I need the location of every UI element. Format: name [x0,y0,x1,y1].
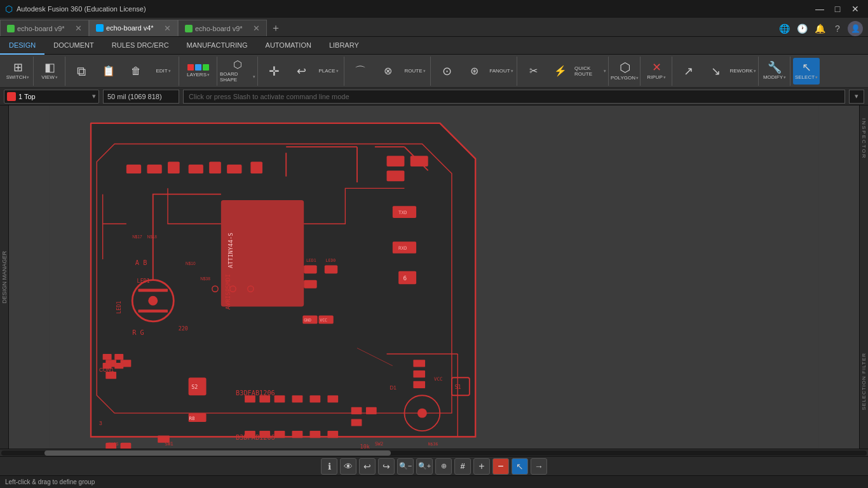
globe-icon[interactable]: 🌐 [776,21,792,36]
info-button[interactable]: ℹ [321,458,337,475]
svg-rect-55 [245,395,255,402]
tab-echo-board-v9-2[interactable]: echo-board v9* ✕ [178,20,267,36]
ripup-button[interactable]: ✕ RIPUP▾ [643,58,670,85]
command-bar[interactable]: Click or press Slash to activate command… [183,90,845,104]
close-button[interactable]: ✕ [848,3,863,15]
place-button[interactable]: PLACE▾ [315,58,342,85]
menu-tab-rules[interactable]: RULES DRC/ERC [103,37,178,55]
fit-toolbar-button[interactable]: ⊕ [435,458,452,475]
layers-button[interactable]: LAYERS▾ [182,58,215,85]
route-label: ROUTE [405,68,423,74]
svg-rect-6 [189,165,203,173]
tab-echo-board-v9-1[interactable]: echo-board v9* ✕ [0,20,89,36]
ripup-label: RIPUP [647,74,662,80]
right-panel[interactable]: INSPECTOR SELECTION FILTER [859,105,868,449]
route-btn2-button[interactable]: ⊗ [374,58,401,85]
menu-tab-document[interactable]: DOCUMENT [44,37,103,55]
maximize-button[interactable]: □ [830,3,845,15]
undo-button[interactable]: ↩ [288,58,315,85]
svg-text:N$17: N$17 [132,234,142,239]
rework-button[interactable]: REWORK▾ [729,58,756,85]
grid-toolbar-button[interactable]: # [454,458,471,475]
layer-selector[interactable]: 1 Top ▾ [4,90,99,104]
fanout-label-button[interactable]: FANOUT▾ [488,58,515,85]
menu-tab-library[interactable]: LIBRARY [320,37,368,55]
copy-button[interactable]: ⧉ [68,58,95,85]
svg-rect-7 [209,161,221,173]
ripup-icon: ✕ [652,62,661,73]
quickroute-btn2-button[interactable]: ⚡ [547,58,574,85]
h-scroll-thumb[interactable] [44,451,391,456]
undo-toolbar-button[interactable]: ↩ [359,458,376,475]
layer-dropdown-arrow-icon: ▾ [92,92,96,100]
route-btn1-button[interactable]: ⌒ [347,58,374,85]
quickroute-btn1-button[interactable]: ✂ [520,58,546,85]
quickroute-button[interactable]: QUICK ROUTE▾ [574,58,606,85]
toolbar-group-route: ⌒ ⊗ ROUTE▾ [345,57,431,86]
switch-button[interactable]: ⊞ SWITCH▾ [4,58,31,85]
view-icon: ◧ [44,62,55,73]
menu-tab-manufacturing[interactable]: MANUFACTURING [178,37,257,55]
title-bar-left: ⬡ Autodesk Fusion 360 (Education License… [5,4,146,14]
boardshape-button[interactable]: ⬡ BOARD SHAPE▾ [220,58,255,85]
pcb-canvas-area[interactable]: TXD RXD ATTINY44-S LED1 S2 R8 [9,105,859,449]
polygon-button[interactable]: ⬡ POLYGON▾ [611,58,638,85]
tab-close-1[interactable]: ✕ [75,24,82,33]
h-scroll-track [1,451,867,456]
tab-label-3: echo-board v9* [195,25,243,32]
command-bar-arrow-button[interactable]: ▾ [849,90,864,104]
arrow-toolbar-button[interactable]: → [531,458,547,475]
svg-rect-56 [259,395,270,402]
help-icon[interactable]: ? [830,21,845,36]
svg-text:N$18: N$18 [147,234,157,239]
design-manager-panel[interactable]: DESIGN MANAGER [0,105,9,449]
redo-toolbar-button[interactable]: ↪ [378,458,395,475]
select-toolbar-button[interactable]: ↖ [512,458,528,475]
zoom-out-toolbar-button[interactable]: 🔍− [397,458,414,475]
minimize-button[interactable]: — [812,3,827,15]
toolbar-group-quickroute: ✂ ⚡ QUICK ROUTE▾ [518,57,609,86]
bell-icon[interactable]: 🔔 [812,21,827,36]
svg-rect-42 [325,265,337,273]
svg-text:N$38: N$38 [200,276,210,281]
fanout-icon2: ⊛ [470,66,478,76]
tab-icons: 🌐 🕐 🔔 ? 👤 [776,21,868,36]
plus-toolbar-button[interactable]: + [473,458,490,475]
rework-btn2-button[interactable]: ↘ [702,58,729,85]
delete-button[interactable]: 🗑 [123,58,149,85]
view-button[interactable]: ◧ VIEW▾ [36,58,63,85]
route-button[interactable]: ROUTE▾ [402,58,428,85]
tab-add-button[interactable]: ＋ [267,20,285,36]
fanout-icon1: ⊙ [442,65,452,77]
tab-icon-3 [185,25,193,32]
edit-button[interactable]: EDIT▾ [150,58,177,85]
svg-rect-26 [138,289,168,292]
rework-btn1-button[interactable]: ↗ [675,58,702,85]
place-arrow-icon: ▾ [336,69,339,74]
status-bar: Left-click & drag to define group [0,475,868,488]
eye-button[interactable]: 👁 [340,458,356,475]
minus-toolbar-button[interactable]: − [492,458,509,475]
move-button[interactable]: ✛ [261,58,287,85]
fanout-button[interactable]: ⊛ [461,58,487,85]
svg-rect-66 [327,431,338,438]
tab-close-2[interactable]: ✕ [164,24,171,33]
menu-tabs: DESIGN DOCUMENT RULES DRC/ERC MANUFACTUR… [0,37,868,55]
paste-button[interactable]: 📋 [95,58,122,85]
tab-echo-board-v4[interactable]: echo-board v4* ✕ [89,20,178,36]
avatar-icon[interactable]: 👤 [848,21,863,36]
horizontal-scrollbar[interactable] [0,449,868,456]
svg-text:LED1: LED1 [116,301,122,314]
zoom-in-toolbar-button[interactable]: 🔍+ [416,458,433,475]
svg-rect-59 [309,395,320,402]
svg-rect-4 [147,165,161,173]
tab-close-3[interactable]: ✕ [253,24,260,33]
fanout-btn1-button[interactable]: ⊙ [433,58,460,85]
toolbar-group-place: ✛ ↩ PLACE▾ [259,57,344,86]
modify-button[interactable]: 🔧 MODIFY▾ [761,58,788,85]
select-button[interactable]: ↖ SELECT▾ [793,58,820,85]
menu-tab-design[interactable]: DESIGN [0,37,44,55]
svg-text:LED1: LED1 [137,278,150,284]
menu-tab-automation[interactable]: AUTOMATION [257,37,320,55]
clock-icon[interactable]: 🕐 [794,21,810,36]
